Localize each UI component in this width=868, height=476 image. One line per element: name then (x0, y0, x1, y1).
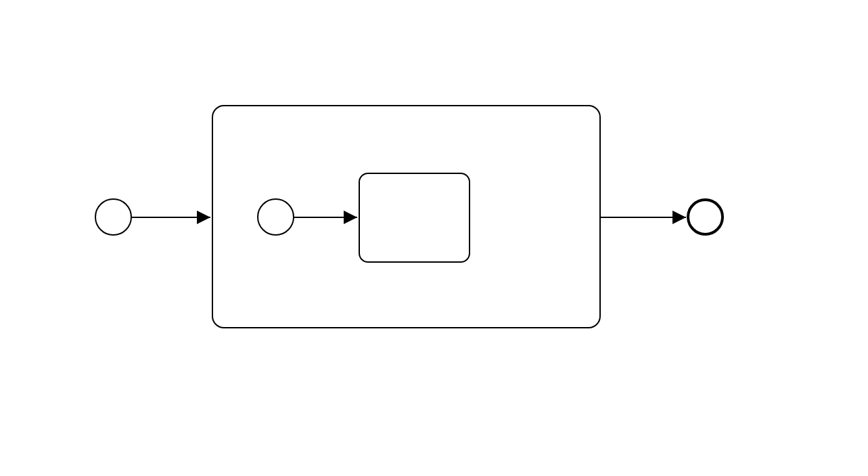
end-event[interactable] (687, 198, 724, 236)
diagram-canvas[interactable] (0, 0, 868, 476)
outer-start-event[interactable] (95, 198, 132, 236)
flow-subprocess-to-end (601, 210, 689, 225)
inner-task[interactable] (359, 173, 470, 263)
flow-outer-start-to-subprocess (132, 210, 213, 225)
inner-start-event[interactable] (257, 198, 294, 236)
